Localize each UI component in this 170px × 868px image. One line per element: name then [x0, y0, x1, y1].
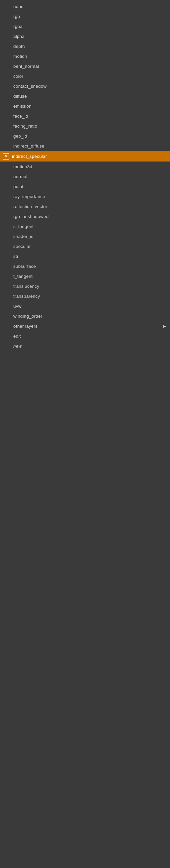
menu-item-depth[interactable]: depth [0, 41, 170, 51]
menu-item-label: color [13, 74, 23, 79]
menu-item-rgb[interactable]: rgb [0, 11, 170, 21]
menu-item-s_tangent[interactable]: s_tangent [0, 221, 170, 231]
menu-item-label: reflection_vector [13, 204, 47, 209]
menu-item-label: diffuse [13, 94, 27, 99]
menu-item-ray_importance[interactable]: ray_importance [0, 191, 170, 202]
menu-item-motion3d[interactable]: motion3d [0, 161, 170, 172]
menu-item-translucency[interactable]: translucency [0, 281, 170, 291]
menu-item-normal[interactable]: normal [0, 172, 170, 181]
menu-item-label: other layers [13, 324, 37, 329]
menu-item-sti[interactable]: sti [0, 251, 170, 261]
menu-item-none[interactable]: none [0, 1, 170, 11]
menu-item-new[interactable]: new [0, 341, 170, 351]
menu-item-label: translucency [13, 284, 39, 289]
menu-item-label: t_tangent [13, 274, 33, 279]
menu-item-label: contact_shadow [13, 84, 46, 89]
menu-item-label: shader_id [13, 234, 34, 239]
menu-item-point[interactable]: point [0, 181, 170, 191]
menu-item-motion[interactable]: motion [0, 51, 170, 61]
menu-item-label: rgba [13, 24, 23, 29]
menu-item-label: indirect_specular [12, 154, 47, 159]
menu-item-label: rgb [13, 14, 20, 19]
menu-item-subsurface[interactable]: subsurface [0, 261, 170, 271]
menu-item-shader_id[interactable]: shader_id [0, 231, 170, 241]
menu-item-label: sti [13, 254, 18, 259]
menu-item-label: depth [13, 44, 25, 49]
menu-item-label: specular [13, 244, 31, 249]
menu-item-label: ray_importance [13, 194, 45, 199]
menu-item-label: uvw [13, 304, 22, 309]
menu-item-label: motion [13, 54, 27, 59]
menu-item-label: motion3d [13, 164, 32, 169]
menu-item-rgba[interactable]: rgba [0, 21, 170, 31]
menu-item-label: facing_ratio [13, 124, 37, 129]
menu-item-specular[interactable]: specular [0, 241, 170, 251]
menu-item-label: indirect_diffuse [13, 144, 44, 149]
menu-item-label: alpha [13, 34, 25, 39]
menu-item-rgb_unshadowed[interactable]: rgb_unshadowed [0, 211, 170, 221]
context-menu: nonergbrgbaalphadepthmotionbent_normalco… [0, 0, 170, 352]
menu-item-geo_id[interactable]: geo_id [0, 131, 170, 141]
menu-item-label: rgb_unshadowed [13, 214, 48, 219]
close-icon: ✕ [3, 153, 9, 159]
menu-item-label: transparency [13, 294, 40, 299]
menu-item-indirect_diffuse[interactable]: indirect_diffuse [0, 141, 170, 151]
menu-item-contact_shadow[interactable]: contact_shadow [0, 81, 170, 91]
menu-item-t_tangent[interactable]: t_tangent [0, 271, 170, 281]
menu-item-emission[interactable]: emission [0, 101, 170, 111]
menu-item-label: new [13, 344, 22, 349]
menu-item-label: normal [13, 174, 27, 179]
menu-item-label: face_id [13, 114, 28, 119]
menu-item-other_layers[interactable]: other layers [0, 321, 170, 331]
menu-item-label: s_tangent [13, 224, 34, 229]
menu-item-indirect_specular[interactable]: ✕indirect_specular [0, 151, 170, 161]
menu-item-label: emission [13, 104, 32, 108]
menu-item-label: bent_normal [13, 64, 39, 69]
menu-item-winding_order[interactable]: winding_order [0, 311, 170, 321]
menu-item-bent_normal[interactable]: bent_normal [0, 61, 170, 71]
menu-item-label: none [13, 4, 24, 9]
menu-item-label: winding_order [13, 314, 42, 319]
menu-item-reflection_vector[interactable]: reflection_vector [0, 202, 170, 211]
menu-item-label: edit [13, 334, 21, 339]
menu-item-face_id[interactable]: face_id [0, 111, 170, 121]
menu-item-label: point [13, 184, 23, 189]
menu-item-diffuse[interactable]: diffuse [0, 91, 170, 101]
menu-item-transparency[interactable]: transparency [0, 291, 170, 301]
menu-item-alpha[interactable]: alpha [0, 31, 170, 41]
menu-item-uvw[interactable]: uvw [0, 301, 170, 311]
menu-item-edit[interactable]: edit [0, 331, 170, 341]
menu-item-label: subsurface [13, 264, 36, 269]
menu-item-color[interactable]: color [0, 71, 170, 81]
menu-item-label: geo_id [13, 133, 27, 138]
menu-item-facing_ratio[interactable]: facing_ratio [0, 121, 170, 131]
